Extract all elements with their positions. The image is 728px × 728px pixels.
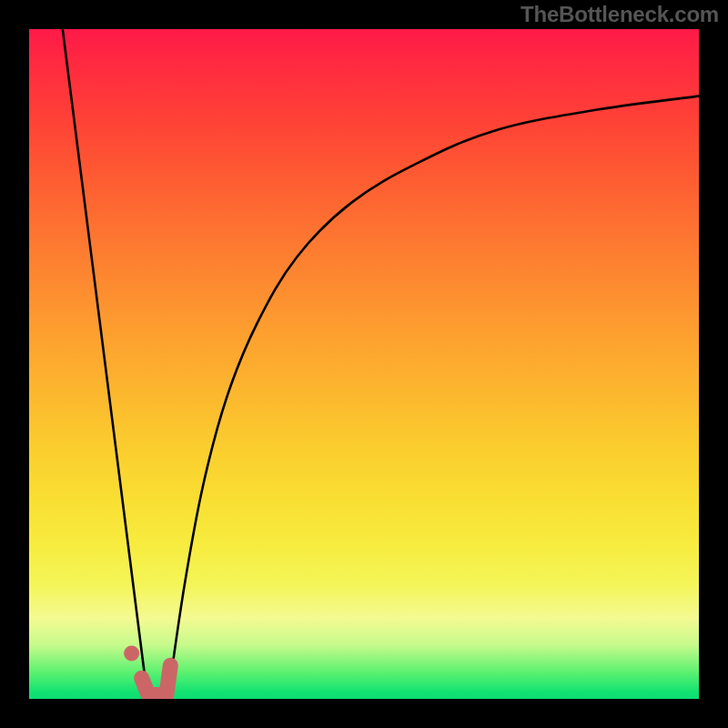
watermark-text: TheBottleneck.com <box>521 2 719 27</box>
optimum-marker-hook <box>142 665 171 694</box>
plot-area <box>29 29 699 699</box>
chart-container: TheBottleneck.com <box>0 0 728 728</box>
marker-layer <box>29 29 699 699</box>
optimum-marker-dot <box>124 645 139 661</box>
